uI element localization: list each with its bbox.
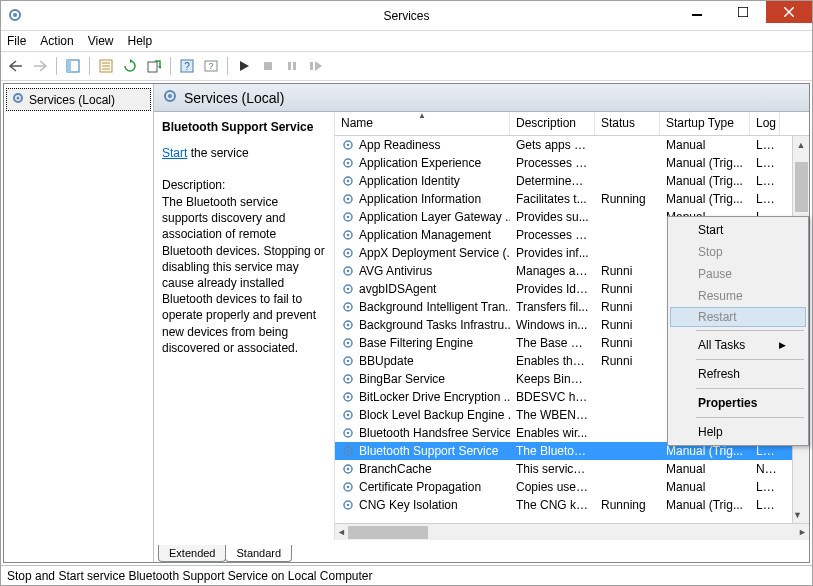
ctx-properties[interactable]: Properties: [670, 392, 806, 414]
service-desc-cell: The CNG ke...: [510, 498, 595, 512]
service-row[interactable]: Application ExperienceProcesses a...Manu…: [335, 154, 809, 172]
service-row[interactable]: Certificate PropagationCopies user ...Ma…: [335, 478, 809, 496]
service-status-cell: Runni: [595, 282, 660, 296]
svg-point-66: [347, 468, 350, 471]
ctx-start[interactable]: Start: [670, 219, 806, 241]
ctx-all-tasks[interactable]: All Tasks▶: [670, 334, 806, 356]
start-service-link[interactable]: Start: [162, 146, 187, 160]
service-type-cell: Manual (Trig...: [660, 498, 750, 512]
export-list-button[interactable]: [143, 55, 165, 77]
menu-view[interactable]: View: [88, 34, 114, 48]
service-name-cell: BingBar Service: [335, 372, 510, 386]
service-row[interactable]: CNG Key IsolationThe CNG ke...RunningMan…: [335, 496, 809, 514]
svg-rect-13: [148, 62, 157, 72]
service-logon-cell: Loc: [750, 156, 780, 170]
start-service-line: Start the service: [162, 146, 326, 160]
forward-button[interactable]: [29, 55, 51, 77]
service-name-cell: Block Level Backup Engine ...: [335, 408, 510, 422]
sort-indicator-icon: ▲: [418, 112, 426, 120]
svg-rect-7: [67, 60, 71, 72]
service-name-cell: BranchCache: [335, 462, 510, 476]
service-name-cell: Application Management: [335, 228, 510, 242]
svg-point-36: [347, 198, 350, 201]
svg-point-70: [347, 504, 350, 507]
pause-service-button[interactable]: [281, 55, 303, 77]
service-desc-cell: Determines ...: [510, 174, 595, 188]
scroll-right-icon[interactable]: ►: [798, 527, 807, 537]
show-hide-tree-button[interactable]: [62, 55, 84, 77]
right-pane: Services (Local) Bluetooth Support Servi…: [154, 84, 809, 562]
ctx-refresh[interactable]: Refresh: [670, 363, 806, 385]
stop-service-button[interactable]: [257, 55, 279, 77]
svg-point-34: [347, 180, 350, 183]
tab-extended[interactable]: Extended: [158, 545, 226, 562]
service-name-cell: BBUpdate: [335, 354, 510, 368]
service-row[interactable]: BranchCacheThis service ...ManualNet: [335, 460, 809, 478]
scroll-thumb[interactable]: [348, 526, 428, 539]
service-row[interactable]: App ReadinessGets apps re...ManualLoc: [335, 136, 809, 154]
menu-help[interactable]: Help: [128, 34, 153, 48]
horizontal-scrollbar[interactable]: ◄ ►: [335, 523, 809, 540]
scroll-down-icon[interactable]: ▼: [793, 506, 802, 523]
service-desc-cell: Provides inf...: [510, 246, 595, 260]
service-name-cell: App Readiness: [335, 138, 510, 152]
svg-point-30: [347, 144, 350, 147]
refresh-button[interactable]: [119, 55, 141, 77]
column-description[interactable]: Description: [510, 112, 595, 135]
service-desc-cell: This service ...: [510, 462, 595, 476]
minimize-button[interactable]: [674, 1, 720, 23]
column-name[interactable]: ▲Name: [335, 112, 510, 135]
svg-point-56: [347, 378, 350, 381]
ctx-separator: [696, 388, 804, 389]
title-bar: Services: [1, 1, 812, 31]
ctx-all-tasks-label: All Tasks: [698, 338, 745, 352]
ctx-help[interactable]: Help: [670, 421, 806, 443]
properties-button[interactable]: [95, 55, 117, 77]
service-logon-cell: Loc: [750, 444, 780, 458]
list-header: ▲Name Description Status Startup Type Lo…: [335, 112, 809, 136]
column-status[interactable]: Status: [595, 112, 660, 135]
gear-icon: [162, 88, 178, 107]
start-service-button[interactable]: [233, 55, 255, 77]
restart-service-button[interactable]: [305, 55, 327, 77]
close-button[interactable]: [766, 1, 812, 23]
service-name-cell: avgbIDSAgent: [335, 282, 510, 296]
menu-file[interactable]: File: [7, 34, 26, 48]
help-button[interactable]: ?: [176, 55, 198, 77]
column-startup-type[interactable]: Startup Type: [660, 112, 750, 135]
service-desc-cell: Processes in...: [510, 228, 595, 242]
svg-point-28: [168, 94, 172, 98]
svg-point-42: [347, 252, 350, 255]
service-status-cell: Running: [595, 192, 660, 206]
service-name-cell: BitLocker Drive Encryption ...: [335, 390, 510, 404]
svg-point-52: [347, 342, 350, 345]
svg-point-32: [347, 162, 350, 165]
svg-point-38: [347, 216, 350, 219]
back-button[interactable]: [5, 55, 27, 77]
help-about-button[interactable]: ?: [200, 55, 222, 77]
view-tabs: Extended Standard: [154, 540, 809, 562]
scroll-up-icon[interactable]: ▲: [793, 136, 809, 153]
service-desc-cell: Enables wir...: [510, 426, 595, 440]
scroll-thumb[interactable]: [795, 162, 808, 212]
window-title: Services: [383, 9, 429, 23]
service-status-cell: Runni: [595, 300, 660, 314]
tab-standard[interactable]: Standard: [225, 545, 292, 562]
column-logon[interactable]: Log: [750, 112, 780, 135]
service-row[interactable]: Application InformationFacilitates t...R…: [335, 190, 809, 208]
menu-action[interactable]: Action: [40, 34, 73, 48]
svg-point-50: [347, 324, 350, 327]
body: Services (Local) Services (Local) Blueto…: [3, 83, 810, 563]
service-desc-cell: BDESVC hos...: [510, 390, 595, 404]
service-status-cell: Runni: [595, 336, 660, 350]
svg-point-68: [347, 486, 350, 489]
service-type-cell: Manual: [660, 480, 750, 494]
ctx-separator: [696, 359, 804, 360]
service-type-cell: Manual (Trig...: [660, 192, 750, 206]
service-name-cell: AppX Deployment Service (...: [335, 246, 510, 260]
maximize-button[interactable]: [720, 1, 766, 23]
scroll-left-icon[interactable]: ◄: [337, 527, 346, 537]
toolbar-separator: [56, 57, 57, 75]
service-row[interactable]: Application IdentityDetermines ...Manual…: [335, 172, 809, 190]
tree-item-services-local[interactable]: Services (Local): [6, 88, 151, 111]
